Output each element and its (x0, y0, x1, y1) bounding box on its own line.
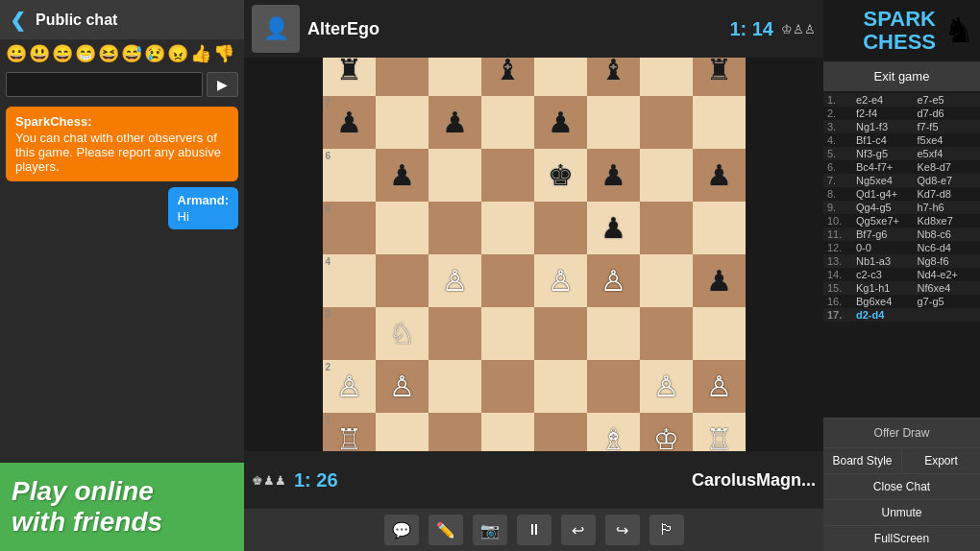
chess-cell[interactable] (429, 307, 481, 360)
top-player-avatar: 👤 (252, 5, 300, 53)
export-button[interactable]: Export (902, 447, 980, 473)
exit-game-button[interactable]: Exit game (823, 61, 980, 91)
chess-cell[interactable]: ♙ (534, 254, 587, 307)
chess-cell[interactable]: ♔ (640, 413, 693, 451)
chess-cell[interactable] (534, 360, 587, 413)
close-chat-button[interactable]: Close Chat (823, 473, 980, 499)
chess-cell[interactable]: 2♙ (323, 360, 376, 413)
chess-cell[interactable] (587, 96, 640, 149)
chess-cell[interactable]: ♙ (693, 360, 746, 413)
chess-cell[interactable] (534, 307, 587, 360)
chess-cell[interactable] (429, 202, 481, 254)
chat-send-button[interactable]: ▶ (207, 72, 238, 97)
chess-cell[interactable]: ♙ (587, 254, 640, 307)
board-style-button[interactable]: Board Style (823, 447, 902, 473)
chess-cell[interactable] (481, 149, 534, 202)
chess-cell[interactable] (693, 96, 746, 149)
chess-cell[interactable]: ♟ (693, 254, 746, 307)
chess-cell[interactable] (587, 307, 640, 360)
chess-cell[interactable]: ♜ (693, 58, 746, 96)
chess-cell[interactable]: ♟ (429, 96, 481, 149)
emoji-beam[interactable]: 😁 (75, 43, 96, 64)
chat-input[interactable] (6, 72, 203, 97)
chess-cell[interactable] (587, 360, 640, 413)
chess-cell[interactable] (429, 149, 481, 202)
chess-cell[interactable] (429, 360, 481, 413)
chess-cell[interactable] (481, 96, 534, 149)
move-row: 10.Qg5xe7+Kd8xe7 (823, 214, 980, 228)
emoji-bar: 😀 😃 😄 😁 😆 😅 😢 😠 👍 👎 (0, 39, 244, 68)
toolbar-camera-button[interactable]: 📷 (473, 515, 507, 545)
chess-cell[interactable] (481, 360, 534, 413)
chess-cell[interactable]: ♙ (376, 360, 429, 413)
board-area: 👤 AlterEgo 1: 14 ♔♙♙ 8♜♝♝♜7♟♟♟6♟♚♟♟5♟4♙♙… (244, 0, 823, 551)
chess-cell[interactable] (481, 413, 534, 451)
chess-cell[interactable] (429, 413, 481, 451)
chess-cell[interactable]: ♙ (429, 254, 481, 307)
chess-cell[interactable] (376, 96, 429, 149)
chess-cell[interactable] (534, 58, 587, 96)
back-button[interactable]: ❮ (10, 9, 26, 32)
system-message: SparkChess: You can chat with other obse… (6, 107, 238, 181)
chess-cell[interactable]: ♟ (376, 149, 429, 202)
chess-cell[interactable] (534, 413, 587, 451)
chess-cell[interactable] (693, 202, 746, 254)
emoji-cry[interactable]: 😢 (144, 43, 165, 64)
chess-cell[interactable]: 1♖ (323, 413, 376, 451)
chess-cell[interactable] (640, 254, 693, 307)
toolbar-back-button[interactable]: ↩ (561, 515, 596, 545)
chess-cell[interactable] (429, 58, 481, 96)
chess-cell[interactable] (640, 96, 693, 149)
bottom-player-time: 1: 26 (294, 469, 338, 491)
chess-cell[interactable]: ♟ (534, 96, 587, 149)
chess-cell[interactable] (640, 149, 693, 202)
toolbar-chat-button[interactable]: 💬 (384, 515, 419, 545)
emoji-sweat[interactable]: 😅 (121, 43, 142, 64)
chess-cell[interactable]: ♖ (693, 413, 746, 451)
chess-cell[interactable]: 5 (323, 202, 376, 254)
chess-cell[interactable]: ♗ (587, 413, 640, 451)
chess-cell[interactable]: ♘ (376, 307, 429, 360)
chess-cell[interactable] (640, 58, 693, 96)
emoji-thumbsdown[interactable]: 👎 (213, 43, 234, 64)
chess-cell[interactable] (376, 202, 429, 254)
chess-cell[interactable]: ♝ (587, 58, 640, 96)
chess-cell[interactable] (481, 254, 534, 307)
chess-cell[interactable] (481, 202, 534, 254)
chess-cell[interactable]: ♟ (587, 149, 640, 202)
chess-cell[interactable] (376, 58, 429, 96)
chess-cell[interactable] (693, 307, 746, 360)
emoji-grin[interactable]: 😃 (29, 43, 50, 64)
chess-cell[interactable] (376, 254, 429, 307)
chess-cell[interactable] (534, 202, 587, 254)
emoji-laugh[interactable]: 😄 (52, 43, 73, 64)
chess-cell[interactable]: ♟ (587, 202, 640, 254)
emoji-angry[interactable]: 😠 (167, 43, 188, 64)
chat-input-row: ▶ (0, 68, 244, 101)
emoji-thumbsup[interactable]: 👍 (190, 43, 211, 64)
chess-cell[interactable] (640, 307, 693, 360)
chess-cell[interactable]: ♚ (534, 149, 587, 202)
chess-cell[interactable] (481, 307, 534, 360)
chess-cell[interactable] (376, 413, 429, 451)
move-row: 8.Qd1-g4+Kd7-d8 (823, 187, 980, 201)
chess-cell[interactable]: 3 (323, 307, 376, 360)
chess-cell[interactable] (640, 202, 693, 254)
toolbar-flag-button[interactable]: 🏳 (649, 515, 684, 545)
chess-cell[interactable]: ♙ (640, 360, 693, 413)
bottom-player-name: CarolusMagn... (346, 470, 816, 491)
chess-cell[interactable]: 6 (323, 149, 376, 202)
toolbar-edit-button[interactable]: ✏️ (429, 515, 463, 545)
toolbar-pause-button[interactable]: ⏸ (517, 515, 551, 545)
unmute-button[interactable]: Unmute (823, 499, 980, 525)
offer-draw-button[interactable]: Offer Draw (823, 418, 980, 447)
chess-cell[interactable]: 7♟ (323, 96, 376, 149)
fullscreen-button[interactable]: FullScreen (823, 525, 980, 551)
chess-cell[interactable]: 8♜ (323, 58, 376, 96)
emoji-squint[interactable]: 😆 (98, 43, 119, 64)
toolbar-forward-button[interactable]: ↪ (605, 515, 640, 545)
emoji-happy[interactable]: 😀 (6, 43, 27, 64)
chess-cell[interactable]: 4 (323, 254, 376, 307)
chess-cell[interactable]: ♝ (481, 58, 534, 96)
chess-cell[interactable]: ♟ (693, 149, 746, 202)
